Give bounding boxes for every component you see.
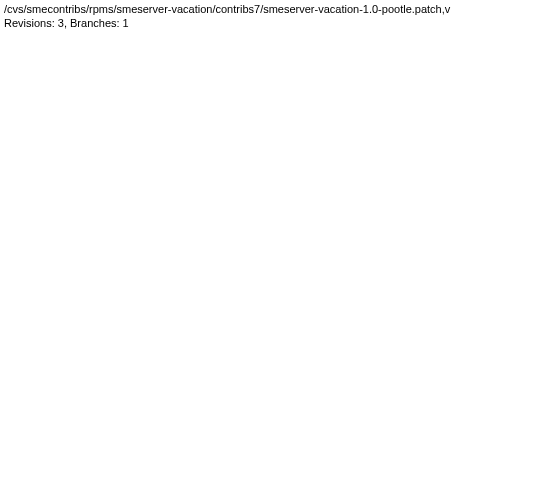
file-path: /cvs/smecontribs/rpms/smeserver-vacation… — [4, 2, 544, 16]
header: /cvs/smecontribs/rpms/smeserver-vacation… — [0, 0, 548, 33]
revision-meta: Revisions: 3, Branches: 1 — [4, 16, 544, 30]
